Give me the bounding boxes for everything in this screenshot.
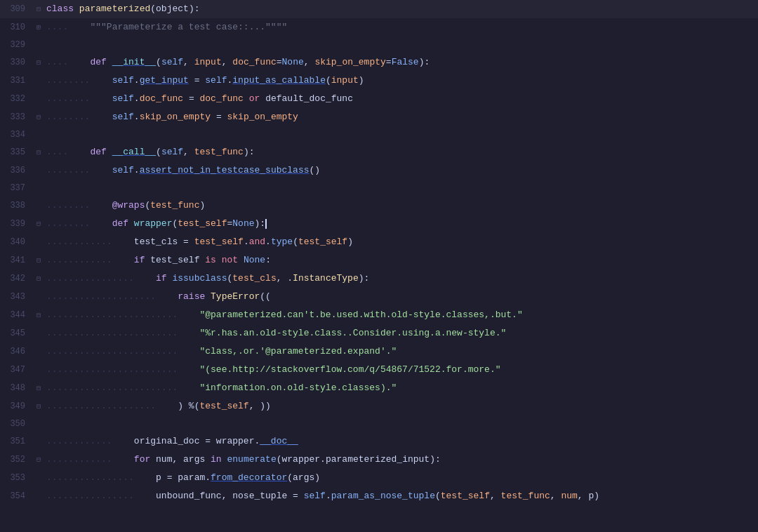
line-352: 352 ⊟ ............ for num, args in enum… — [0, 451, 758, 469]
line-309: 309 ⊟ class parameterized(object): — [0, 0, 758, 18]
line-343: 343 .................... raise TypeError… — [0, 288, 758, 306]
line-341: 341 ⊟ ............ if test_self is not N… — [0, 251, 758, 270]
line-346: 346 ........................ "class,.or.… — [0, 343, 758, 361]
line-310: 310 ⊞ .... """Parameterize a test case::… — [0, 18, 758, 36]
line-332: 332 ........ self.doc_func = doc_func or… — [0, 90, 758, 108]
line-337: 337 — [0, 180, 758, 197]
line-340: 340 ............ test_cls = test_self.an… — [0, 233, 758, 251]
line-349: 349 ⊟ .................... ) %(test_self… — [0, 397, 758, 415]
line-347: 347 ........................ "(see.http:… — [0, 361, 758, 379]
line-345: 345 ........................ "%r.has.an.… — [0, 324, 758, 343]
line-333: 333 ⊟ ........ self.skip_on_empty = skip… — [0, 108, 758, 126]
line-342: 342 ⊟ ................ if issubclass(tes… — [0, 270, 758, 288]
line-329: 329 — [0, 36, 758, 53]
line-353: 353 ................ p = param.from_deco… — [0, 469, 758, 487]
line-331: 331 ........ self.get_input = self.input… — [0, 72, 758, 90]
line-344: 344 ⊟ ........................ "@paramet… — [0, 306, 758, 324]
line-335: 335 ⊟ .... def __call__(self, test_func)… — [0, 143, 758, 161]
code-editor: 309 ⊟ class parameterized(object): 310 ⊞… — [0, 0, 758, 532]
line-348: 348 ⊟ ........................ "informat… — [0, 379, 758, 397]
line-336: 336 ........ self.assert_not_in_testcase… — [0, 161, 758, 180]
line-334: 334 — [0, 126, 758, 143]
line-339: 339 ⊟ ........ def wrapper(test_self=Non… — [0, 215, 758, 233]
line-351: 351 ............ original_doc = wrapper.… — [0, 432, 758, 451]
line-330: 330 ⊟ .... def __init__(self, input, doc… — [0, 53, 758, 72]
line-354: 354 ................ unbound_func, nose_… — [0, 487, 758, 505]
code-lines: 309 ⊟ class parameterized(object): 310 ⊞… — [0, 0, 758, 532]
line-350: 350 — [0, 415, 758, 432]
line-338: 338 ........ @wraps(test_func) — [0, 197, 758, 215]
